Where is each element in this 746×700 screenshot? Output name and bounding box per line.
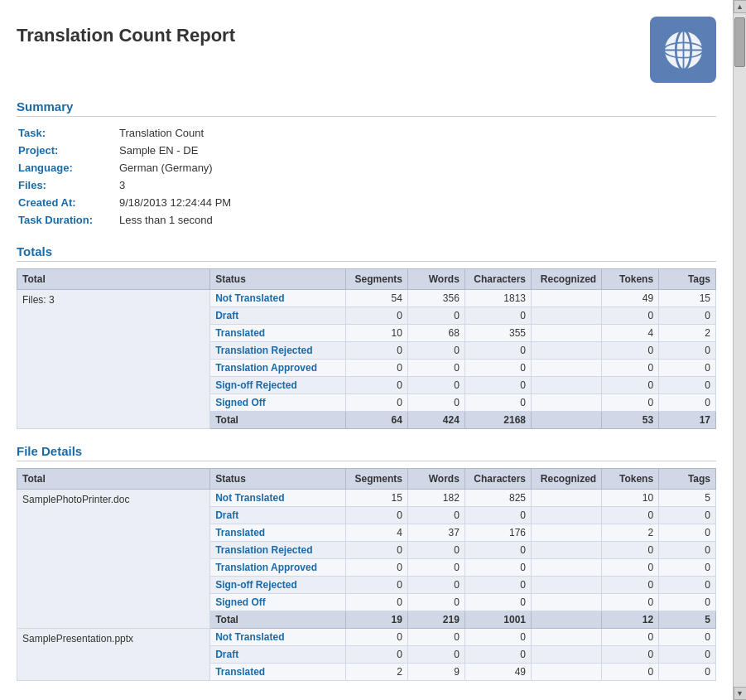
file-details-col-header: Tokens <box>602 469 659 490</box>
scroll-down-button[interactable]: ▼ <box>734 687 747 700</box>
fd-words-cell: 0 <box>407 629 464 646</box>
fd-tags-cell: 0 <box>659 594 716 611</box>
summary-value: 3 <box>119 177 715 193</box>
fd-characters-cell: 0 <box>464 629 531 646</box>
scroll-up-button[interactable]: ▲ <box>734 0 747 13</box>
file-details-col-header: Words <box>407 469 464 490</box>
file-detail-row: SamplePhotoPrinter.doc Not Translated 15… <box>17 490 716 507</box>
segments-cell: 0 <box>346 377 408 394</box>
tokens-cell: 4 <box>602 325 659 342</box>
fd-total-tokens: 12 <box>602 611 659 629</box>
fd-status-cell: Draft <box>210 646 346 664</box>
segments-cell: 0 <box>346 307 408 325</box>
summary-value: German (Germany) <box>119 160 715 176</box>
fd-total-label: Total <box>210 611 346 629</box>
file-details-col-header: Total <box>17 469 210 490</box>
scrollbar[interactable]: ▲ ▼ <box>733 0 746 700</box>
fd-total-words: 219 <box>407 611 464 629</box>
fd-recognized-cell <box>532 507 602 524</box>
fd-recognized-cell <box>532 664 602 681</box>
fd-words-cell: 37 <box>407 524 464 542</box>
recognized-cell <box>532 394 602 412</box>
fd-status-cell: Translation Rejected <box>210 542 346 559</box>
file-details-title: File Details <box>17 444 716 461</box>
file-detail-row: SamplePresentation.pptx Not Translated 0… <box>17 629 716 646</box>
file-details-section: File Details TotalStatusSegmentsWordsCha… <box>17 444 716 681</box>
fd-tags-cell: 0 <box>659 559 716 577</box>
fd-tags-cell: 0 <box>659 629 716 646</box>
summary-section: Summary Task:Translation CountProject:Sa… <box>17 99 716 229</box>
logo <box>650 17 716 83</box>
fd-tokens-cell: 0 <box>602 577 659 594</box>
fd-tags-cell: 0 <box>659 524 716 542</box>
fd-recognized-cell <box>532 542 602 559</box>
file-details-header: TotalStatusSegmentsWordsCharactersRecogn… <box>17 469 716 490</box>
tokens-cell: 0 <box>602 394 659 412</box>
totals-section: Totals TotalStatusSegmentsWordsCharacter… <box>17 244 716 429</box>
fd-segments-cell: 0 <box>346 629 408 646</box>
fd-recognized-cell <box>532 559 602 577</box>
tokens-cell: 0 <box>602 307 659 325</box>
fd-status-cell: Translation Approved <box>210 559 346 577</box>
scrollbar-thumb[interactable] <box>734 17 745 67</box>
tags-cell: 0 <box>659 342 716 360</box>
segments-cell: 10 <box>346 325 408 342</box>
fd-recognized-cell <box>532 646 602 664</box>
file-details-col-header: Status <box>210 469 346 490</box>
tags-cell: 15 <box>659 290 716 307</box>
fd-tokens-cell: 0 <box>602 559 659 577</box>
totals-col-header: Tags <box>659 269 716 290</box>
status-cell: Translation Rejected <box>210 342 346 360</box>
total-segments: 64 <box>346 412 408 429</box>
tokens-cell: 0 <box>602 342 659 360</box>
fd-tags-cell: 0 <box>659 542 716 559</box>
totals-col-header: Segments <box>346 269 408 290</box>
totals-col-header: Recognized <box>532 269 602 290</box>
scrollbar-track[interactable] <box>734 13 746 687</box>
characters-cell: 355 <box>464 325 531 342</box>
tags-cell: 0 <box>659 307 716 325</box>
tags-cell: 0 <box>659 377 716 394</box>
logo-icon <box>661 27 706 73</box>
fd-recognized-cell <box>532 490 602 507</box>
words-cell: 68 <box>407 325 464 342</box>
fd-tags-cell: 0 <box>659 646 716 664</box>
fd-segments-cell: 0 <box>346 542 408 559</box>
segments-cell: 0 <box>346 394 408 412</box>
file-details-col-header: Segments <box>346 469 408 490</box>
fd-status-cell: Translated <box>210 664 346 681</box>
fd-segments-cell: 0 <box>346 559 408 577</box>
fd-words-cell: 182 <box>407 490 464 507</box>
tokens-cell: 0 <box>602 360 659 377</box>
page-header: Translation Count Report <box>17 17 716 83</box>
fd-status-cell: Signed Off <box>210 594 346 611</box>
filename-cell: SamplePresentation.pptx <box>17 629 210 681</box>
summary-title: Summary <box>17 99 716 117</box>
recognized-cell <box>532 290 602 307</box>
totals-data-row: Files: 3 Not Translated 54 356 1813 49 1… <box>17 290 716 307</box>
summary-label: Task: <box>18 125 118 141</box>
segments-cell: 0 <box>346 342 408 360</box>
fd-segments-cell: 0 <box>346 507 408 524</box>
status-cell: Sign-off Rejected <box>210 377 346 394</box>
fd-total-tags: 5 <box>659 611 716 629</box>
tags-cell: 0 <box>659 360 716 377</box>
fd-tags-cell: 5 <box>659 490 716 507</box>
totals-col-header: Characters <box>464 269 531 290</box>
summary-value: Less than 1 second <box>119 212 715 228</box>
fd-words-cell: 0 <box>407 542 464 559</box>
totals-header: TotalStatusSegmentsWordsCharactersRecogn… <box>17 269 716 290</box>
fd-recognized-cell <box>532 577 602 594</box>
words-cell: 0 <box>407 360 464 377</box>
fd-characters-cell: 0 <box>464 559 531 577</box>
summary-row: Task Duration:Less than 1 second <box>18 212 715 228</box>
totals-col-header: Total <box>17 269 210 290</box>
fd-words-cell: 0 <box>407 646 464 664</box>
fd-segments-cell: 4 <box>346 524 408 542</box>
total-tokens: 53 <box>602 412 659 429</box>
file-details-col-header: Characters <box>464 469 531 490</box>
fd-tags-cell: 0 <box>659 577 716 594</box>
fd-characters-cell: 176 <box>464 524 531 542</box>
fd-recognized-cell <box>532 594 602 611</box>
page-title: Translation Count Report <box>17 25 235 46</box>
